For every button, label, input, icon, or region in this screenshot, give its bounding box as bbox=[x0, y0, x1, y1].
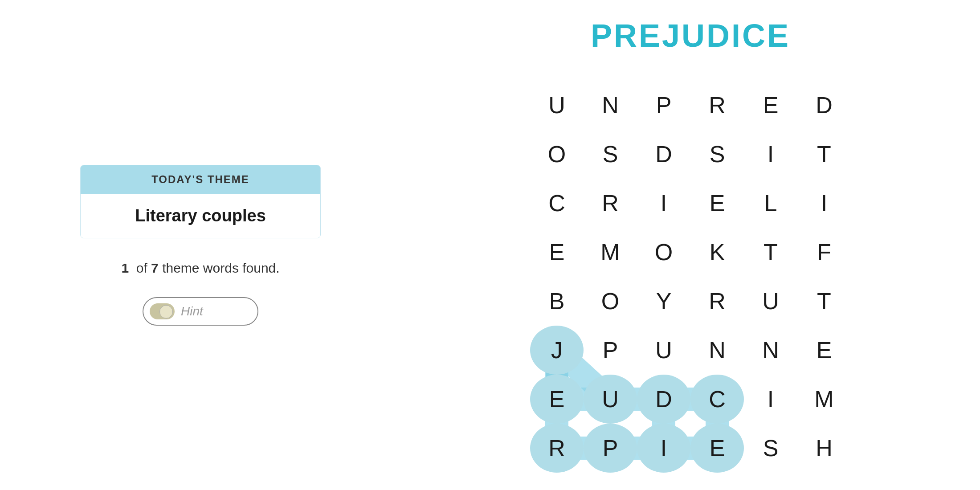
left-panel: TODAY'S THEME Literary couples 1 of 7 th… bbox=[0, 138, 401, 352]
grid-cell[interactable]: M bbox=[584, 228, 637, 277]
word-search-grid: UNPREDOSDSITCRIELIEMOKTFBOYRUTJPUNNEEUDC… bbox=[530, 81, 851, 473]
main-container: TODAY'S THEME Literary couples 1 of 7 th… bbox=[0, 0, 980, 490]
grid-cell[interactable]: P bbox=[637, 81, 690, 130]
grid-wrapper: UNPREDOSDSITCRIELIEMOKTFBOYRUTJPUNNEEUDC… bbox=[530, 81, 851, 473]
theme-card-header: TODAY'S THEME bbox=[81, 165, 320, 194]
grid-cell[interactable]: P bbox=[584, 326, 637, 375]
grid-cell[interactable]: S bbox=[584, 130, 637, 179]
grid-cell[interactable]: K bbox=[690, 228, 744, 277]
progress-found: 1 bbox=[121, 261, 129, 275]
grid-cell[interactable]: N bbox=[584, 81, 637, 130]
grid-cell[interactable]: C bbox=[530, 179, 584, 228]
grid-cell[interactable]: U bbox=[584, 375, 637, 424]
grid-cell[interactable]: N bbox=[690, 326, 744, 375]
grid-cell[interactable]: R bbox=[690, 277, 744, 326]
grid-cell[interactable]: D bbox=[637, 375, 690, 424]
grid-cell[interactable]: I bbox=[637, 179, 690, 228]
grid-cell[interactable]: D bbox=[797, 81, 851, 130]
grid-cell[interactable]: E bbox=[744, 81, 797, 130]
progress-of: of bbox=[136, 261, 147, 275]
theme-title: Literary couples bbox=[135, 206, 266, 225]
grid-cell[interactable]: E bbox=[530, 375, 584, 424]
grid-cell[interactable]: S bbox=[744, 424, 797, 473]
toggle-knob bbox=[150, 303, 175, 319]
progress-suffix: theme words found. bbox=[162, 261, 279, 275]
grid-cell[interactable]: L bbox=[744, 179, 797, 228]
grid-cell[interactable]: D bbox=[637, 130, 690, 179]
grid-cell[interactable]: E bbox=[797, 326, 851, 375]
grid-cell[interactable]: O bbox=[530, 130, 584, 179]
grid-cell[interactable]: I bbox=[744, 130, 797, 179]
grid-cell[interactable]: E bbox=[690, 424, 744, 473]
theme-card: TODAY'S THEME Literary couples bbox=[80, 165, 321, 238]
grid-cell[interactable]: R bbox=[530, 424, 584, 473]
grid-cell[interactable]: O bbox=[637, 228, 690, 277]
progress-total: 7 bbox=[151, 261, 159, 275]
grid-cell[interactable]: E bbox=[690, 179, 744, 228]
grid-cell[interactable]: I bbox=[744, 375, 797, 424]
grid-cell[interactable]: M bbox=[797, 375, 851, 424]
grid-cell[interactable]: U bbox=[637, 326, 690, 375]
grid-cell[interactable]: F bbox=[797, 228, 851, 277]
grid-cell[interactable]: Y bbox=[637, 277, 690, 326]
hint-toggle-button[interactable]: Hint bbox=[143, 297, 258, 326]
grid-cell[interactable]: C bbox=[690, 375, 744, 424]
grid-cell[interactable]: T bbox=[797, 130, 851, 179]
theme-label: TODAY'S THEME bbox=[151, 173, 249, 185]
grid-cell[interactable]: J bbox=[530, 326, 584, 375]
grid-cell[interactable]: B bbox=[530, 277, 584, 326]
grid-cell[interactable]: E bbox=[530, 228, 584, 277]
grid-cell[interactable]: O bbox=[584, 277, 637, 326]
hint-label: Hint bbox=[181, 304, 203, 318]
progress-text: 1 of 7 theme words found. bbox=[121, 261, 279, 276]
word-title: PREJUDICE bbox=[591, 17, 790, 54]
grid-cell[interactable]: N bbox=[744, 326, 797, 375]
grid-cell[interactable]: R bbox=[584, 179, 637, 228]
grid-cell[interactable]: H bbox=[797, 424, 851, 473]
grid-cell[interactable]: I bbox=[637, 424, 690, 473]
grid-cell[interactable]: P bbox=[584, 424, 637, 473]
grid-cell[interactable]: U bbox=[530, 81, 584, 130]
grid-cell[interactable]: T bbox=[797, 277, 851, 326]
grid-cell[interactable]: I bbox=[797, 179, 851, 228]
theme-card-body: Literary couples bbox=[81, 194, 320, 238]
grid-cell[interactable]: U bbox=[744, 277, 797, 326]
right-panel: PREJUDICE bbox=[401, 0, 980, 490]
grid-cell[interactable]: T bbox=[744, 228, 797, 277]
grid-cell[interactable]: R bbox=[690, 81, 744, 130]
grid-cell[interactable]: S bbox=[690, 130, 744, 179]
